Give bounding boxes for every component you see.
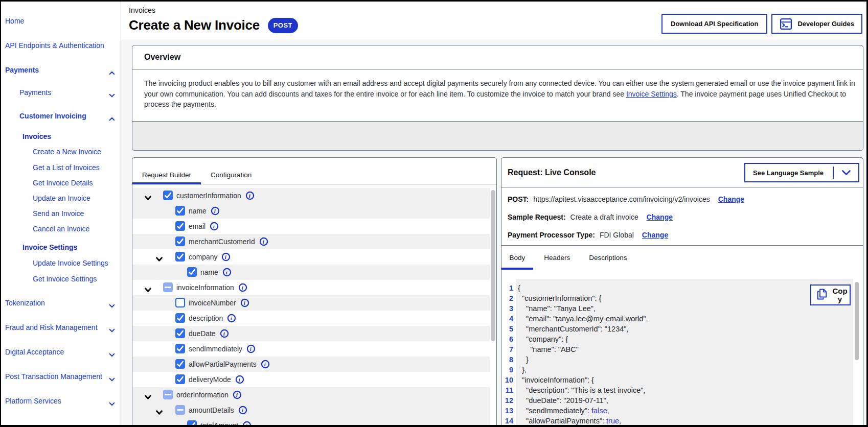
chevron-down-icon[interactable]	[109, 374, 116, 379]
checkbox-totalAmount-checked[interactable]	[187, 420, 197, 425]
live-console-panel: Request: Live Console See Language Sampl…	[501, 157, 863, 425]
field-value: Create a draft invoice	[570, 213, 638, 221]
info-icon[interactable]: i	[210, 222, 219, 231]
tab-configuration[interactable]: Configuration	[201, 158, 261, 184]
tree-row-email: emaili	[132, 219, 490, 234]
code-area[interactable]: { "customerInformation": { "name": "Tany…	[516, 279, 853, 425]
expand-chevron-icon[interactable]	[156, 254, 163, 259]
sidebar-item-invoices[interactable]: Invoices	[22, 131, 51, 141]
sidebar-item-update-invoice-settings[interactable]: Update Invoice Settings	[33, 258, 108, 268]
info-icon[interactable]: i	[245, 191, 255, 200]
checkbox-customerInformation-checked[interactable]	[163, 191, 173, 200]
chevron-down-icon[interactable]	[109, 301, 116, 305]
expand-chevron-icon[interactable]	[156, 408, 163, 412]
checkbox-amountDetails-indeterminate[interactable]	[175, 405, 185, 415]
chevron-up-icon[interactable]	[109, 114, 116, 118]
change-link[interactable]: Change	[718, 195, 744, 203]
info-icon[interactable]: i	[238, 406, 247, 415]
tree-row-label: email	[189, 222, 205, 230]
sidebar-item-tokenization[interactable]: Tokenization	[5, 298, 45, 308]
change-link[interactable]: Change	[647, 213, 673, 221]
info-icon[interactable]: i	[211, 206, 220, 216]
tree-row-label: sendImmediately	[189, 345, 242, 353]
checkbox-description-checked[interactable]	[175, 313, 185, 323]
sidebar-item-post-transaction-management[interactable]: Post Transaction Management	[5, 371, 102, 382]
chevron-down-icon[interactable]	[109, 399, 116, 404]
chevron-down-icon[interactable]	[109, 325, 116, 330]
tree-row-label: orderInformation	[176, 391, 229, 399]
sidebar-item-api-endpoints-authentication[interactable]: API Endpoints & Authentication	[5, 40, 104, 51]
sidebar-item-home[interactable]: Home	[5, 16, 24, 26]
line-number: 12	[505, 395, 513, 406]
line-numbers: 1234567891011121314	[505, 279, 516, 425]
copy-button[interactable]: Copy	[810, 284, 851, 305]
checkbox-name-checked[interactable]	[187, 267, 197, 277]
code-scrollbar[interactable]	[855, 282, 859, 360]
sidebar-item-get-invoice-details[interactable]: Get Invoice Details	[33, 178, 93, 188]
sidebar-item-platform-services[interactable]: Platform Services	[5, 396, 61, 406]
tree-scrollbar[interactable]	[491, 190, 495, 341]
svg-text:i: i	[213, 223, 215, 229]
line-number: 13	[505, 406, 513, 416]
checkbox-name-checked[interactable]	[175, 206, 185, 216]
change-link[interactable]: Change	[642, 231, 668, 239]
info-icon[interactable]: i	[246, 344, 256, 353]
checkbox-company-checked[interactable]	[175, 252, 185, 262]
chevron-down-icon[interactable]	[109, 90, 116, 95]
info-icon[interactable]: i	[238, 283, 247, 292]
sidebar-item-create-a-new-invoice[interactable]: Create a New Invoice	[33, 147, 101, 157]
language-sample-button[interactable]: See Language Sample	[744, 163, 859, 182]
overview-card-footer	[132, 121, 863, 150]
sidebar-item-customer-invoicing[interactable]: Customer Invoicing	[19, 111, 86, 121]
checkbox-merchantCustomerId-checked[interactable]	[175, 236, 185, 246]
info-icon[interactable]: i	[233, 390, 242, 399]
info-icon[interactable]: i	[222, 268, 232, 277]
info-icon[interactable]: i	[235, 375, 244, 384]
checkbox-invoiceNumber-unchecked[interactable]	[175, 298, 185, 307]
download-api-spec-button[interactable]: Download API Specification	[661, 14, 767, 34]
sidebar-item-payments[interactable]: Payments	[19, 87, 51, 98]
expand-chevron-icon[interactable]	[145, 392, 151, 397]
info-icon[interactable]: i	[261, 360, 270, 369]
info-icon[interactable]: i	[242, 421, 252, 425]
info-icon[interactable]: i	[227, 314, 236, 323]
checkbox-dueDate-checked[interactable]	[175, 328, 185, 338]
checkbox-allowPartialPayments-checked[interactable]	[175, 359, 185, 369]
sidebar-item-update-an-invoice[interactable]: Update an Invoice	[33, 193, 90, 203]
line-number: 6	[505, 334, 513, 344]
tab-headers[interactable]: Headers	[536, 246, 578, 270]
checkbox-invoiceInformation-indeterminate[interactable]	[163, 282, 173, 292]
checkbox-sendImmediately-checked[interactable]	[175, 344, 185, 353]
info-icon[interactable]: i	[221, 252, 231, 262]
sidebar-item-invoice-settings[interactable]: Invoice Settings	[22, 242, 77, 252]
chevron-down-icon[interactable]	[109, 350, 116, 354]
sidebar-item-cancel-an-invoice[interactable]: Cancel an Invoice	[33, 224, 89, 234]
tab-descriptions[interactable]: Descriptions	[581, 246, 635, 270]
info-icon[interactable]: i	[220, 329, 229, 338]
svg-text:i: i	[250, 346, 252, 352]
expand-chevron-icon[interactable]	[145, 193, 151, 198]
code-line-6: "company": {	[518, 334, 853, 344]
sidebar-item-payments[interactable]: Payments	[5, 65, 39, 75]
sidebar-item-send-an-invoice[interactable]: Send an Invoice	[33, 208, 84, 219]
expand-chevron-icon[interactable]	[145, 285, 151, 290]
sidebar-item-digital-acceptance[interactable]: Digital Acceptance	[5, 347, 64, 357]
checkbox-email-checked[interactable]	[175, 221, 185, 231]
info-icon[interactable]: i	[259, 237, 268, 246]
chevron-up-icon[interactable]	[109, 68, 116, 73]
tree-row-label: dueDate	[189, 329, 216, 338]
sidebar-item-fraud-and-risk-management[interactable]: Fraud and Risk Management	[5, 322, 98, 333]
sidebar-item-get-invoice-settings[interactable]: Get Invoice Settings	[33, 274, 97, 284]
info-icon[interactable]: i	[240, 298, 249, 307]
checkbox-orderInformation-indeterminate[interactable]	[163, 390, 173, 399]
developer-guides-button[interactable]: Developer Guides	[771, 14, 862, 34]
sidebar-item-get-a-list-of-invoices[interactable]: Get a List of Invoices	[33, 162, 100, 173]
breadcrumb: Invoices	[129, 6, 155, 14]
panels-row: Request BuilderConfiguration customerInf…	[132, 157, 863, 425]
invoice-settings-link[interactable]: Invoice Settings	[626, 90, 677, 98]
tab-body[interactable]: Body	[501, 246, 533, 270]
tab-request-builder[interactable]: Request Builder	[132, 158, 201, 184]
checkbox-deliveryMode-checked[interactable]	[175, 374, 185, 384]
tree-row-label: totalAmount	[200, 421, 238, 425]
tree-row-label: allowPartialPayments	[189, 360, 257, 368]
